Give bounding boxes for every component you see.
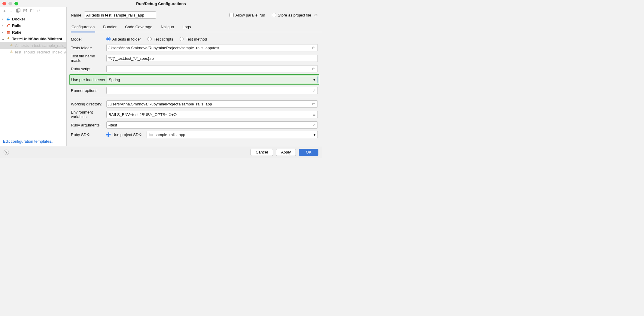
edit-templates-link[interactable]: Edit configuration templates...	[0, 136, 66, 146]
browse-folder-icon[interactable]: 🗀	[311, 67, 316, 71]
mode-all-tests-radio[interactable]	[106, 37, 111, 41]
sort-config-button[interactable]: ↓ᴬ	[37, 9, 40, 13]
expand-icon[interactable]: ⤢	[311, 123, 316, 127]
test-icon	[6, 36, 11, 41]
chevron-down-icon: ▾	[313, 77, 315, 82]
tab-code-
coverage[interactable]: Code Coverage	[124, 23, 153, 32]
list-icon[interactable]: ☰	[311, 112, 316, 117]
add-config-button[interactable]: ＋	[2, 8, 7, 14]
tree-node-rails[interactable]: › Rails	[0, 22, 66, 29]
use-project-sdk-label: Use project SDK:	[112, 132, 142, 137]
use-project-sdk-radio[interactable]	[106, 132, 111, 137]
save-config-button[interactable]	[23, 8, 27, 14]
tree-node-redirect[interactable]: test_should_redirect_index_when_not_	[0, 49, 66, 55]
svg-rect-1	[17, 9, 20, 12]
svg-rect-4	[8, 18, 8, 19]
project-folder-icon	[149, 133, 153, 136]
window-titlebar: Run/Debug Configurations	[0, 0, 322, 7]
test-icon	[9, 43, 14, 48]
browse-folder-icon[interactable]: 🗀	[311, 46, 316, 50]
tests-folder-input[interactable]: /Users/Anna.Smirnova/RubymineProjects/sa…	[106, 44, 318, 51]
preload-label: Use pre-load server:	[71, 77, 107, 82]
apply-button[interactable]: Apply	[276, 149, 296, 156]
mode-label: Mode:	[71, 37, 106, 41]
svg-rect-5	[8, 17, 8, 18]
folder-config-button[interactable]	[30, 8, 34, 14]
mode-test-method-label: Test method	[186, 37, 207, 41]
tree-node-alltests[interactable]: All tests in test: sample_rails_app	[0, 42, 66, 49]
store-project-label: Store as project file	[278, 13, 311, 17]
rails-icon	[6, 23, 11, 28]
ruby-script-label: Ruby script:	[71, 67, 106, 71]
close-window-button[interactable]	[2, 2, 6, 5]
gear-icon[interactable]: ⚙	[314, 13, 318, 17]
tab-nailgun[interactable]: Nailgun	[160, 23, 175, 32]
tree-node-testunit[interactable]: ⌄ Test::Unit/Shoulda/Minitest	[0, 35, 66, 42]
svg-rect-6	[7, 31, 10, 32]
ruby-script-input[interactable]: 🗀	[106, 65, 318, 72]
configurations-sidebar: ＋ － ↓ᴬ › Docker	[0, 7, 67, 146]
allow-parallel-run-checkbox[interactable]: Allow parallel run	[229, 13, 265, 17]
workdir-label: Working directory:	[71, 102, 106, 106]
ruby-sdk-label: Ruby SDK:	[71, 132, 106, 137]
minimize-window-button[interactable]	[8, 2, 12, 5]
workdir-input[interactable]: /Users/Anna.Smirnova/RubymineProjects/sa…	[106, 100, 318, 108]
preload-server-dropdown[interactable]: Spring ▾	[107, 76, 317, 83]
window-title: Run/Debug Configurations	[136, 2, 186, 6]
remove-config-button[interactable]: －	[9, 8, 14, 14]
allow-parallel-label: Allow parallel run	[235, 13, 265, 17]
help-button[interactable]: ?	[4, 150, 9, 155]
tests-folder-label: Tests folder:	[71, 46, 106, 50]
rake-icon	[6, 30, 11, 35]
browse-folder-icon[interactable]: 🗀	[311, 102, 316, 106]
maximize-window-button[interactable]	[14, 2, 18, 5]
tree-label: Rails	[12, 23, 21, 28]
mode-test-method-radio[interactable]	[180, 37, 184, 41]
tree-label: test_should_redirect_index_when_not_	[15, 50, 66, 54]
runner-options-label: Runner options:	[71, 88, 106, 93]
store-as-project-file-checkbox[interactable]: Store as project file	[272, 13, 311, 17]
tree-label: All tests in test: sample_rails_app	[15, 43, 66, 48]
svg-rect-2	[24, 9, 26, 10]
mask-label: Test file name mask:	[71, 54, 106, 63]
cancel-button[interactable]: Cancel	[251, 149, 273, 156]
env-input[interactable]: RAILS_ENV=test;JRUBY_OPTS=-X+O ☰	[106, 111, 318, 118]
test-icon	[9, 50, 14, 54]
expand-icon[interactable]: ⤢	[311, 88, 316, 93]
env-label: Environment variables:	[71, 110, 106, 119]
mode-test-scripts-radio[interactable]	[147, 37, 152, 41]
ok-button[interactable]: OK	[299, 149, 318, 156]
tree-label: Rake	[12, 30, 21, 35]
tree-label: Docker	[12, 17, 25, 21]
tab-bundler[interactable]: Bundler	[102, 23, 117, 32]
runner-options-input[interactable]: ⤢	[106, 87, 318, 94]
svg-rect-3	[7, 18, 8, 19]
mode-all-tests-label: All tests in folder	[112, 37, 141, 41]
chevron-down-icon: ▾	[314, 132, 316, 137]
mask-input[interactable]: **/{*_test,test_*,*_spec}.rb	[106, 55, 318, 62]
tree-node-rake[interactable]: › Rake	[0, 29, 66, 35]
docker-icon	[6, 17, 11, 21]
name-label: Name:	[71, 13, 81, 17]
copy-config-button[interactable]	[16, 8, 20, 14]
tree-node-docker[interactable]: › Docker	[0, 16, 66, 22]
tab-configuration[interactable]: Configuration	[71, 23, 95, 32]
sdk-dropdown[interactable]: sample_rails_app ▾	[147, 131, 318, 138]
mode-test-scripts-label: Test scripts	[153, 37, 173, 41]
name-input[interactable]	[84, 11, 156, 19]
ruby-args-input[interactable]: -Itest ⤢	[106, 121, 318, 129]
config-tabs: Configuration Bundler Code Coverage Nail…	[67, 23, 322, 32]
tab-logs[interactable]: Logs	[182, 23, 191, 32]
ruby-args-label: Ruby arguments:	[71, 123, 106, 127]
tree-label: Test::Unit/Shoulda/Minitest	[12, 37, 62, 41]
